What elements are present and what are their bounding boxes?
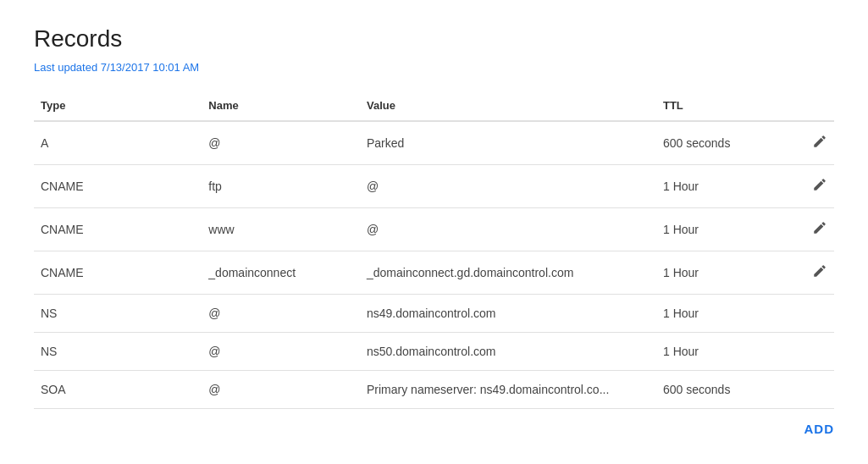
table-row: CNAME_domainconnect_domainconnect.gd.dom… <box>34 251 834 295</box>
cell-value: ns49.domaincontrol.com <box>360 295 656 333</box>
table-header-row: Type Name Value TTL <box>34 91 834 121</box>
cell-ttl: 1 Hour <box>656 251 785 295</box>
cell-type: CNAME <box>34 165 202 208</box>
header-action <box>785 91 834 121</box>
cell-name: _domainconnect <box>202 251 360 295</box>
cell-ttl: 1 Hour <box>656 295 785 333</box>
edit-icon[interactable] <box>812 177 827 196</box>
edit-icon[interactable] <box>812 263 827 282</box>
cell-type: SOA <box>34 371 202 409</box>
cell-name: @ <box>202 371 360 409</box>
cell-action[interactable] <box>785 121 834 165</box>
cell-action <box>785 371 834 409</box>
cell-type: NS <box>34 295 202 333</box>
last-updated-text: Last updated 7/13/2017 10:01 AM <box>34 61 834 74</box>
cell-ttl: 1 Hour <box>656 208 785 251</box>
records-table: Type Name Value TTL A@Parked600 seconds … <box>34 91 834 409</box>
cell-ttl: 600 seconds <box>656 121 785 165</box>
cell-type: A <box>34 121 202 165</box>
cell-name: @ <box>202 295 360 333</box>
cell-value: _domainconnect.gd.domaincontrol.com <box>360 251 656 295</box>
cell-value: @ <box>360 208 656 251</box>
cell-value: Primary nameserver: ns49.domaincontrol.c… <box>360 371 656 409</box>
cell-name: ftp <box>202 165 360 208</box>
cell-type: CNAME <box>34 251 202 295</box>
cell-ttl: 600 seconds <box>656 371 785 409</box>
header-name: Name <box>202 91 360 121</box>
cell-action[interactable] <box>785 208 834 251</box>
header-type: Type <box>34 91 202 121</box>
table-row: NS@ns49.domaincontrol.com1 Hour <box>34 295 834 333</box>
cell-action[interactable] <box>785 251 834 295</box>
cell-ttl: 1 Hour <box>656 165 785 208</box>
cell-action[interactable] <box>785 165 834 208</box>
add-button[interactable]: ADD <box>804 422 835 436</box>
table-row: CNAMEftp@1 Hour <box>34 165 834 208</box>
cell-value: ns50.domaincontrol.com <box>360 333 656 371</box>
cell-type: CNAME <box>34 208 202 251</box>
header-ttl: TTL <box>656 91 785 121</box>
cell-name: @ <box>202 333 360 371</box>
footer-area: ADD <box>34 422 834 436</box>
edit-icon[interactable] <box>812 134 827 152</box>
cell-ttl: 1 Hour <box>656 333 785 371</box>
cell-value: Parked <box>360 121 656 165</box>
cell-value: @ <box>360 165 656 208</box>
cell-type: NS <box>34 333 202 371</box>
cell-name: @ <box>202 121 360 165</box>
table-row: CNAMEwww@1 Hour <box>34 208 834 251</box>
cell-action <box>785 333 834 371</box>
table-row: SOA@Primary nameserver: ns49.domaincontr… <box>34 371 834 409</box>
edit-icon[interactable] <box>812 220 827 239</box>
cell-action <box>785 295 834 333</box>
header-value: Value <box>360 91 656 121</box>
page-title: Records <box>34 25 834 52</box>
cell-name: www <box>202 208 360 251</box>
table-row: A@Parked600 seconds <box>34 121 834 165</box>
table-row: NS@ns50.domaincontrol.com1 Hour <box>34 333 834 371</box>
